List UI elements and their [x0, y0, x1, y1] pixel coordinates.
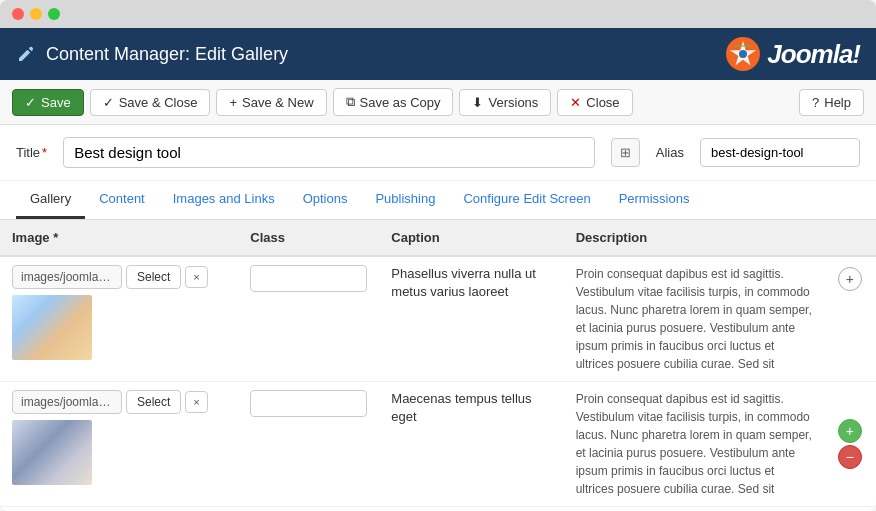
toolbar-right: ? Help — [799, 89, 864, 116]
tab-publishing[interactable]: Publishing — [361, 181, 449, 219]
row1-class-input[interactable] — [250, 265, 367, 292]
alias-label: Alias — [656, 145, 684, 160]
joomla-star-icon — [725, 36, 761, 72]
versions-icon: ⬇ — [472, 95, 483, 110]
row2-remove-row-button[interactable]: − — [838, 445, 862, 469]
row1-image-path: images/joomlart/news/fa — [12, 265, 122, 289]
row1-remove-button[interactable]: × — [185, 266, 207, 288]
tab-permissions[interactable]: Permissions — [605, 181, 704, 219]
row1-caption-text: Phasellus viverra nulla ut metus varius … — [391, 266, 536, 299]
row1-class-cell — [238, 256, 379, 382]
row2-select-button[interactable]: Select — [126, 390, 181, 414]
row1-image-cell: images/joomlart/news/fa Select × — [0, 256, 238, 382]
save-close-icon: ✓ — [103, 95, 114, 110]
table-area: Image * Class Caption Description images… — [0, 220, 876, 511]
joomla-logo: Joomla! — [725, 36, 860, 72]
save-copy-icon: ⧉ — [346, 94, 355, 110]
help-icon: ? — [812, 95, 819, 110]
help-label: Help — [824, 95, 851, 110]
row1-image-preview — [12, 295, 92, 360]
save-close-button[interactable]: ✓ Save & Close — [90, 89, 211, 116]
row2-description-cell: Proin consequat dapibus est id sagittis.… — [564, 382, 824, 507]
row2-class-input[interactable] — [250, 390, 367, 417]
table-row: images/joomlart/news/fa Select × Phasell… — [0, 256, 876, 382]
table-row: images/joomlart/news/fa Select × Maecena… — [0, 382, 876, 507]
row2-class-cell — [238, 382, 379, 507]
title-icon-button[interactable]: ⊞ — [611, 138, 640, 167]
content-area: Title * ⊞ Alias Gallery Content Images a… — [0, 125, 876, 511]
save-label: Save — [41, 95, 71, 110]
row1-action-cell: + — [824, 256, 876, 382]
tab-configure-edit[interactable]: Configure Edit Screen — [449, 181, 604, 219]
window-chrome — [0, 0, 876, 28]
save-close-label: Save & Close — [119, 95, 198, 110]
save-copy-button[interactable]: ⧉ Save as Copy — [333, 88, 454, 116]
traffic-light-maximize[interactable] — [48, 8, 60, 20]
edit-icon — [16, 44, 36, 64]
traffic-light-close[interactable] — [12, 8, 24, 20]
app-window: Content Manager: Edit Gallery Joomla! ✓ … — [0, 0, 876, 511]
col-header-image: Image * — [0, 220, 238, 256]
tab-options[interactable]: Options — [289, 181, 362, 219]
title-icon: ⊞ — [620, 145, 631, 160]
toolbar: ✓ Save ✓ Save & Close + Save & New ⧉ Sav… — [0, 80, 876, 125]
row2-image-cell: images/joomlart/news/fa Select × — [0, 382, 238, 507]
row2-add-button[interactable]: + — [838, 419, 862, 443]
save-copy-label: Save as Copy — [360, 95, 441, 110]
row2-image-preview — [12, 420, 92, 485]
versions-label: Versions — [488, 95, 538, 110]
table-header-row: Image * Class Caption Description — [0, 220, 876, 256]
svg-point-3 — [739, 50, 747, 58]
save-checkmark-icon: ✓ — [25, 95, 36, 110]
traffic-light-minimize[interactable] — [30, 8, 42, 20]
joomla-logo-text: Joomla! — [767, 39, 860, 70]
gallery-table: Image * Class Caption Description images… — [0, 220, 876, 507]
row2-caption-cell: Maecenas tempus tellus eget — [379, 382, 563, 507]
versions-button[interactable]: ⬇ Versions — [459, 89, 551, 116]
alias-input[interactable] — [700, 138, 860, 167]
close-label: Close — [586, 95, 619, 110]
row1-description-cell: Proin consequat dapibus est id sagittis.… — [564, 256, 824, 382]
tab-content[interactable]: Content — [85, 181, 159, 219]
row2-caption-text: Maecenas tempus tellus eget — [391, 391, 531, 424]
row1-add-button[interactable]: + — [838, 267, 862, 291]
close-icon: ✕ — [570, 95, 581, 110]
title-input[interactable] — [63, 137, 595, 168]
title-bar-left: Content Manager: Edit Gallery — [16, 44, 288, 65]
row2-image-path-row: images/joomlart/news/fa Select × — [12, 390, 226, 414]
close-button[interactable]: ✕ Close — [557, 89, 632, 116]
col-header-action — [824, 220, 876, 256]
tabs: Gallery Content Images and Links Options… — [0, 181, 876, 220]
row2-description-text: Proin consequat dapibus est id sagittis.… — [576, 392, 812, 496]
col-header-caption: Caption — [379, 220, 563, 256]
row2-remove-button[interactable]: × — [185, 391, 207, 413]
row1-caption-cell: Phasellus viverra nulla ut metus varius … — [379, 256, 563, 382]
title-row: Title * ⊞ Alias — [0, 125, 876, 181]
row1-select-button[interactable]: Select — [126, 265, 181, 289]
save-new-label: Save & New — [242, 95, 314, 110]
row1-image-path-row: images/joomlart/news/fa Select × — [12, 265, 226, 289]
col-header-description: Description — [564, 220, 824, 256]
save-new-button[interactable]: + Save & New — [216, 89, 326, 116]
col-header-class: Class — [238, 220, 379, 256]
save-button[interactable]: ✓ Save — [12, 89, 84, 116]
help-button[interactable]: ? Help — [799, 89, 864, 116]
row2-action-cell: + − — [824, 382, 876, 507]
save-new-icon: + — [229, 95, 237, 110]
row2-image-path: images/joomlart/news/fa — [12, 390, 122, 414]
tab-images-links[interactable]: Images and Links — [159, 181, 289, 219]
title-label: Title * — [16, 145, 47, 160]
page-title: Content Manager: Edit Gallery — [46, 44, 288, 65]
row1-description-text: Proin consequat dapibus est id sagittis.… — [576, 267, 812, 371]
required-indicator: * — [42, 145, 47, 160]
title-bar: Content Manager: Edit Gallery Joomla! — [0, 28, 876, 80]
tab-gallery[interactable]: Gallery — [16, 181, 85, 219]
